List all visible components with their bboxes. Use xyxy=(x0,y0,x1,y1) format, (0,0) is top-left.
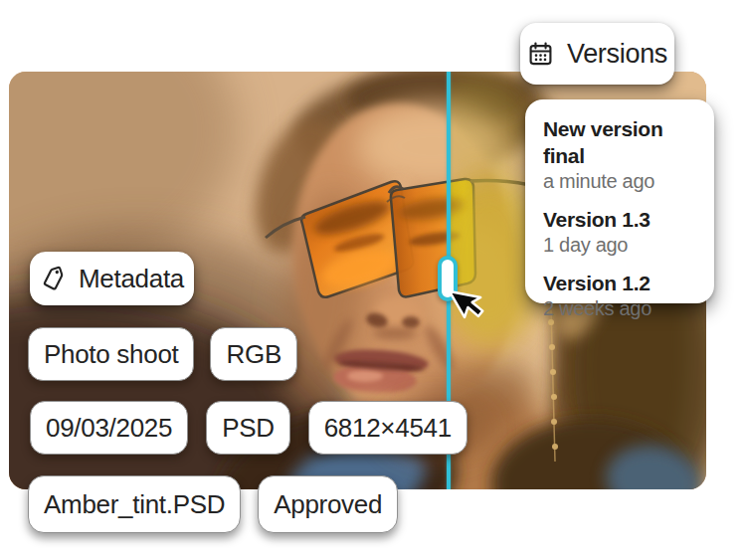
versions-panel: New version final a minute ago Version 1… xyxy=(525,99,714,303)
chip-label: RGB xyxy=(226,339,280,370)
metadata-chip-row-1: Photo shoot RGB xyxy=(28,327,297,381)
metadata-button[interactable]: Metadata xyxy=(30,252,194,305)
tag-icon xyxy=(40,266,67,292)
version-item[interactable]: New version final a minute ago xyxy=(543,115,704,193)
metadata-chip-row-2: 09/03/2025 PSD 6812×4541 xyxy=(30,401,467,455)
version-name: Version 1.2 xyxy=(543,270,704,296)
version-name: Version 1.3 xyxy=(543,206,704,233)
screenshot-canvas: Versions New version final a minute ago … xyxy=(0,0,746,560)
chip-label: PSD xyxy=(222,413,275,444)
metadata-chip: Photo shoot xyxy=(28,327,194,381)
chip-label: 09/03/2025 xyxy=(46,413,172,444)
metadata-chip: 09/03/2025 xyxy=(30,401,188,455)
mouse-pointer-icon xyxy=(446,288,487,336)
chip-label: Photo shoot xyxy=(44,339,178,370)
metadata-chip: Amber_tint.PSD xyxy=(28,475,241,533)
version-name: New version final xyxy=(543,115,704,169)
metadata-chip-row-3: Amber_tint.PSD Approved xyxy=(28,475,398,533)
metadata-button-label: Metadata xyxy=(79,264,184,294)
version-item[interactable]: Version 1.3 1 day ago xyxy=(543,206,704,257)
version-time: a minute ago xyxy=(543,169,704,193)
metadata-chip: PSD xyxy=(206,401,290,455)
metadata-chip: 6812×4541 xyxy=(308,401,467,455)
chip-label: Approved xyxy=(274,489,382,520)
version-time: 1 day ago xyxy=(543,233,704,257)
versions-button[interactable]: Versions xyxy=(520,23,674,85)
version-time: 2 weeks ago xyxy=(543,296,704,320)
calendar-icon xyxy=(527,41,554,68)
version-item[interactable]: Version 1.2 2 weeks ago xyxy=(543,270,704,320)
chip-label: 6812×4541 xyxy=(324,413,452,444)
chip-label: Amber_tint.PSD xyxy=(44,489,225,520)
metadata-chip: Approved xyxy=(258,475,398,533)
versions-button-label: Versions xyxy=(567,39,667,70)
metadata-chip: RGB xyxy=(210,327,296,381)
